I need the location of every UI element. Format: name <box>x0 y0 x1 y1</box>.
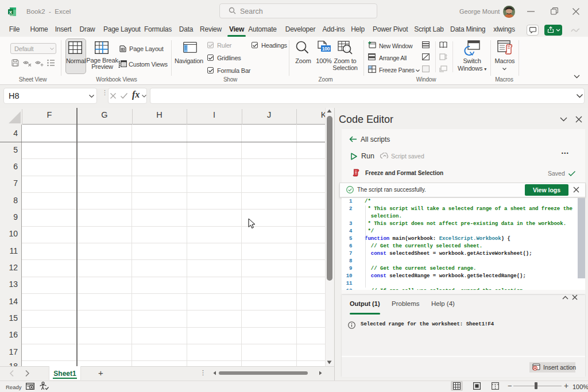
svg-text:100: 100 <box>322 46 330 52</box>
svg-text:X: X <box>9 10 13 15</box>
